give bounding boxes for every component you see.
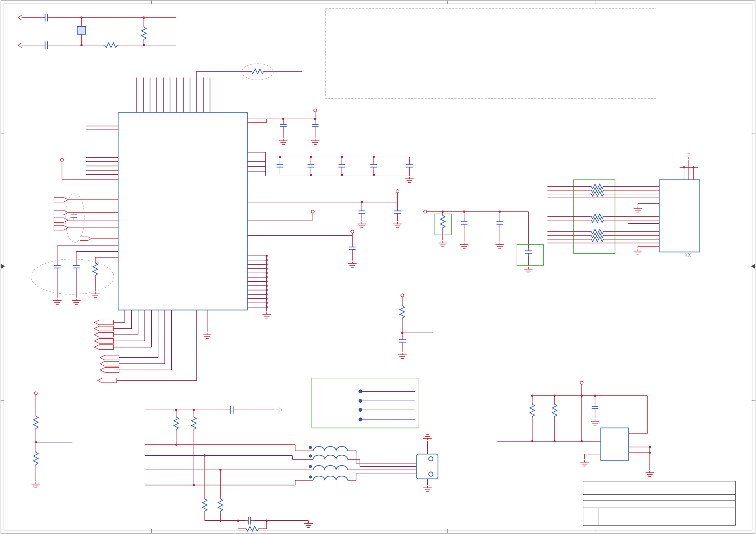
output-port-flag[interactable] [94, 320, 113, 325]
capacitor[interactable] [227, 406, 237, 414]
capacitor[interactable] [308, 161, 314, 171]
resistor[interactable] [33, 415, 38, 430]
transformer-winding[interactable] [313, 446, 347, 451]
resistor[interactable] [590, 229, 605, 234]
resistor[interactable] [590, 184, 605, 189]
net-terminal[interactable] [401, 293, 404, 297]
net-terminal[interactable] [313, 109, 317, 112]
ic-left-side [53, 126, 118, 304]
capacitor[interactable] [41, 41, 51, 49]
capacitor[interactable] [54, 262, 61, 271]
main-ic[interactable] [118, 113, 248, 310]
resistor[interactable] [590, 214, 605, 219]
capacitor[interactable] [359, 207, 365, 217]
resistor[interactable] [142, 26, 146, 41]
highlight-ellipse-caps [31, 259, 114, 294]
io-connector[interactable] [659, 180, 699, 252]
net-terminal[interactable] [351, 230, 354, 233]
transformer-winding[interactable] [313, 476, 347, 480]
output-port-flag[interactable] [94, 339, 113, 343]
resistor[interactable] [191, 416, 196, 431]
ground-symbol [53, 299, 62, 304]
resistor[interactable] [530, 403, 534, 418]
capacitor[interactable] [312, 121, 319, 130]
output-port-flag[interactable] [100, 355, 119, 360]
junction-dot [266, 289, 268, 291]
junction-dot [554, 440, 556, 442]
main-ic-block [118, 69, 302, 310]
wires [266, 157, 409, 176]
net-terminal[interactable] [60, 158, 64, 162]
resistor[interactable] [552, 403, 557, 418]
net-terminal[interactable] [580, 381, 583, 384]
net-terminal[interactable] [424, 210, 427, 214]
resistor[interactable] [250, 69, 265, 74]
resistor[interactable] [202, 497, 207, 513]
capacitor[interactable] [280, 121, 286, 130]
net-terminal[interactable] [34, 392, 38, 395]
resistor[interactable] [33, 451, 38, 466]
capacitor[interactable] [73, 262, 80, 271]
capacitor[interactable] [497, 218, 503, 228]
junction-dot [266, 263, 268, 266]
input-port-flag[interactable] [80, 237, 92, 241]
capacitor[interactable] [245, 517, 254, 524]
net-terminal[interactable] [396, 190, 399, 193]
junction-dot [554, 394, 556, 397]
ground-symbol [405, 177, 414, 183]
capacitor[interactable] [70, 215, 77, 217]
highlight-box-leds [312, 378, 419, 428]
ic-right-ground-bus [248, 256, 271, 318]
resistor[interactable] [218, 497, 223, 513]
capacitor[interactable] [370, 161, 377, 171]
output-port-flag[interactable] [94, 326, 113, 331]
led-pin-dot [359, 418, 363, 421]
ground-symbol [91, 292, 100, 298]
capacitor[interactable] [525, 247, 532, 257]
output-port-flag[interactable] [94, 345, 113, 349]
input-port-flag[interactable] [54, 218, 68, 223]
wires [426, 212, 528, 241]
output-port-flag[interactable] [100, 368, 119, 372]
ground-symbol [398, 353, 407, 359]
junction-dot [499, 211, 501, 213]
ground-symbol [438, 241, 447, 247]
capacitor[interactable] [399, 336, 406, 346]
wires [248, 112, 315, 138]
junction-dot [463, 211, 465, 213]
capacitor[interactable] [592, 403, 598, 412]
capacitor[interactable] [41, 13, 51, 21]
led-pin-dot [359, 408, 363, 412]
resistor[interactable] [245, 526, 260, 531]
net-terminal[interactable] [311, 210, 314, 214]
output-port-flag[interactable] [100, 362, 119, 366]
capacitor[interactable] [394, 207, 401, 217]
resistor[interactable] [440, 214, 445, 229]
capacitor[interactable] [461, 218, 468, 228]
transformer-winding[interactable] [313, 466, 347, 470]
input-port-flag[interactable] [54, 210, 68, 215]
capacitor[interactable] [338, 161, 345, 171]
wires [57, 246, 118, 297]
input-port-flag[interactable] [54, 197, 68, 202]
junction-dot [531, 440, 533, 442]
resistor[interactable] [174, 416, 179, 431]
junction-dot [80, 16, 83, 19]
resistor[interactable] [93, 262, 98, 277]
ethernet-magnetics [145, 406, 438, 531]
crystal[interactable] [77, 27, 86, 34]
capacitor[interactable] [277, 161, 284, 171]
transformer-winding[interactable] [313, 455, 347, 459]
title-block-lines [583, 495, 735, 525]
output-port-flag[interactable] [94, 332, 113, 337]
ground-symbol [423, 486, 432, 492]
oscillator-module[interactable] [601, 428, 629, 460]
ground-symbol [646, 471, 654, 477]
output-port-flag[interactable] [98, 378, 117, 383]
resistor[interactable] [103, 43, 119, 48]
resistor[interactable] [400, 304, 405, 319]
capacitor[interactable] [349, 243, 356, 253]
crystal-oscillator-circuit [18, 13, 176, 49]
capacitor[interactable] [406, 161, 413, 171]
jack-module[interactable] [417, 454, 438, 479]
